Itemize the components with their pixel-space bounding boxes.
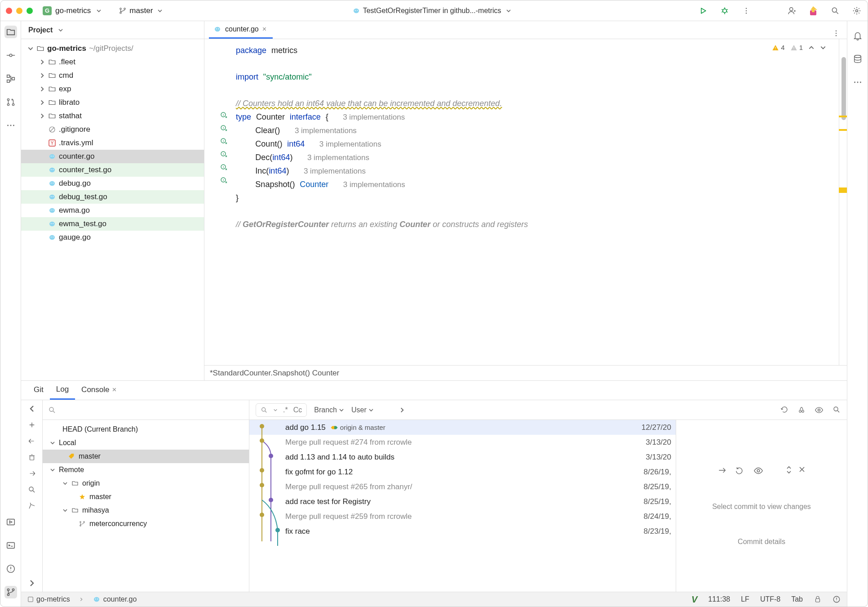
- tab-options-button[interactable]: [831, 28, 841, 39]
- minimize-window[interactable]: [16, 8, 22, 14]
- branch-item[interactable]: meterconcurrency: [43, 517, 249, 531]
- user-filter[interactable]: User: [351, 406, 374, 414]
- tree-root[interactable]: go-metrics ~/gitProjects/: [21, 42, 204, 55]
- vcs-tool-button[interactable]: [4, 586, 17, 598]
- next-button[interactable]: [28, 579, 36, 587]
- implementations-icon[interactable]: I: [220, 112, 228, 120]
- more-tools-button[interactable]: [4, 119, 17, 132]
- commit-tool-button[interactable]: [4, 49, 17, 62]
- ide-updates-icon[interactable]: [808, 5, 819, 16]
- chevron-up-icon[interactable]: [808, 45, 815, 51]
- project-dropdown[interactable]: G go-metrics: [40, 4, 104, 17]
- terminal-tool-button[interactable]: [4, 539, 17, 552]
- tree-folder[interactable]: exp: [21, 82, 204, 96]
- zoom-window[interactable]: [27, 8, 33, 14]
- services-tool-button[interactable]: [4, 516, 17, 528]
- breadcrumb-file[interactable]: counter.go: [93, 595, 137, 603]
- editor-breadcrumb[interactable]: *StandardCounter.Snapshot() Counter: [204, 365, 847, 380]
- readonly-icon[interactable]: [814, 595, 822, 603]
- chevron-right-icon[interactable]: [399, 407, 405, 413]
- implementations-icon[interactable]: I: [220, 151, 228, 159]
- project-tool-button[interactable]: [4, 26, 17, 38]
- settings-button[interactable]: [851, 5, 862, 16]
- commit-row[interactable]: Merge pull request #265 from zhanyr/8/25…: [249, 479, 676, 494]
- commit-row[interactable]: add go 1.15origin & master12/27/20: [249, 420, 676, 435]
- close-icon[interactable]: [798, 466, 806, 473]
- encoding[interactable]: UTF-8: [760, 595, 780, 603]
- branch-search[interactable]: [43, 400, 249, 420]
- caret-position[interactable]: 111:38: [708, 595, 730, 603]
- log-search-filter[interactable]: .* Cc: [256, 403, 307, 417]
- run-config-dropdown[interactable]: TestGetOrRegisterTimer in github...-metr…: [170, 7, 693, 15]
- implementations-icon[interactable]: I: [220, 177, 228, 185]
- git-tab-console[interactable]: Console×: [75, 382, 123, 399]
- commit-row[interactable]: fix gofmt for go 1.128/26/19,: [249, 464, 676, 479]
- tree-file[interactable]: ewma.go: [21, 204, 204, 217]
- implementations-icon[interactable]: I: [220, 164, 228, 172]
- branch-item[interactable]: master: [43, 490, 249, 504]
- find-commit-icon[interactable]: [833, 406, 841, 414]
- tree-file[interactable]: Y.travis.yml: [21, 136, 204, 150]
- branches-tree[interactable]: HEAD (Current Branch) Local master Remot…: [43, 420, 249, 592]
- find-button[interactable]: [28, 486, 36, 494]
- commit-row[interactable]: add 1.13 and 1.14 to auto builds3/13/20: [249, 450, 676, 464]
- refresh-icon[interactable]: [780, 406, 788, 414]
- pull-requests-tool-button[interactable]: [4, 96, 17, 108]
- update-button[interactable]: [28, 437, 36, 445]
- notifications-button[interactable]: [851, 29, 864, 42]
- head-row[interactable]: HEAD (Current Branch): [43, 423, 249, 436]
- vim-indicator[interactable]: V: [691, 594, 697, 605]
- tree-file-selected[interactable]: counter.go: [21, 150, 204, 163]
- commit-list[interactable]: add go 1.15origin & master12/27/20 Merge…: [249, 420, 676, 592]
- tree-file[interactable]: debug.go: [21, 177, 204, 190]
- status-problems-icon[interactable]: [833, 595, 841, 603]
- tree-file[interactable]: debug_test.go: [21, 190, 204, 204]
- editor-body[interactable]: I I I I I I package metrics import "sync…: [204, 39, 847, 365]
- remote-group[interactable]: mihasya: [43, 504, 249, 517]
- regex-toggle[interactable]: .*: [283, 406, 288, 414]
- tree-folder[interactable]: .fleet: [21, 55, 204, 69]
- database-tool-button[interactable]: [851, 53, 864, 65]
- implementations-icon[interactable]: I: [220, 125, 228, 133]
- project-header[interactable]: Project: [21, 21, 204, 39]
- structure-tool-button[interactable]: [4, 72, 17, 85]
- code-with-me-button[interactable]: [787, 5, 797, 16]
- prev-button[interactable]: [28, 405, 36, 413]
- branch-group-remote[interactable]: Remote: [43, 463, 249, 477]
- inspection-widget[interactable]: 4 1: [772, 44, 826, 51]
- chevron-down-icon[interactable]: [820, 45, 826, 51]
- delete-button[interactable]: [28, 453, 36, 461]
- add-button[interactable]: [28, 421, 36, 429]
- debug-button[interactable]: [719, 5, 730, 16]
- expand-icon[interactable]: [786, 466, 792, 474]
- tree-file[interactable]: .gitignore: [21, 123, 204, 136]
- search-everywhere-button[interactable]: [830, 5, 841, 16]
- close-tab-button[interactable]: ×: [262, 26, 266, 33]
- tree-folder[interactable]: librato: [21, 96, 204, 109]
- editor-gutter[interactable]: I I I I I I: [204, 39, 232, 365]
- branch-dropdown[interactable]: master: [116, 4, 165, 17]
- git-tab-git[interactable]: Git: [27, 382, 50, 399]
- run-button[interactable]: [698, 5, 709, 16]
- more-right-tools-button[interactable]: [851, 76, 864, 89]
- close-window[interactable]: [6, 8, 12, 14]
- commit-row[interactable]: add race test for Registry8/25/19,: [249, 494, 676, 509]
- project-tree[interactable]: go-metrics ~/gitProjects/ .fleet cmd exp…: [21, 39, 204, 380]
- more-actions-button[interactable]: [741, 5, 752, 16]
- editor-tab[interactable]: counter.go ×: [209, 21, 273, 39]
- git-tab-log[interactable]: Log: [50, 381, 75, 400]
- branch-filter[interactable]: Branch: [314, 406, 344, 414]
- tree-folder[interactable]: stathat: [21, 109, 204, 123]
- fetch-button[interactable]: [28, 469, 36, 478]
- line-separator[interactable]: LF: [741, 595, 749, 603]
- branch-item[interactable]: master: [43, 450, 249, 463]
- cherry-icon[interactable]: [797, 406, 806, 414]
- cherry-pick-button[interactable]: [28, 502, 36, 510]
- diff-prev-icon[interactable]: [717, 466, 726, 475]
- scrollbar-thumb[interactable]: [841, 57, 846, 120]
- branch-group-local[interactable]: Local: [43, 436, 249, 450]
- revert-icon[interactable]: [735, 466, 744, 475]
- match-case-toggle[interactable]: Cc: [293, 406, 302, 414]
- breadcrumb-root[interactable]: go-metrics: [27, 595, 70, 603]
- remote-group[interactable]: origin: [43, 477, 249, 490]
